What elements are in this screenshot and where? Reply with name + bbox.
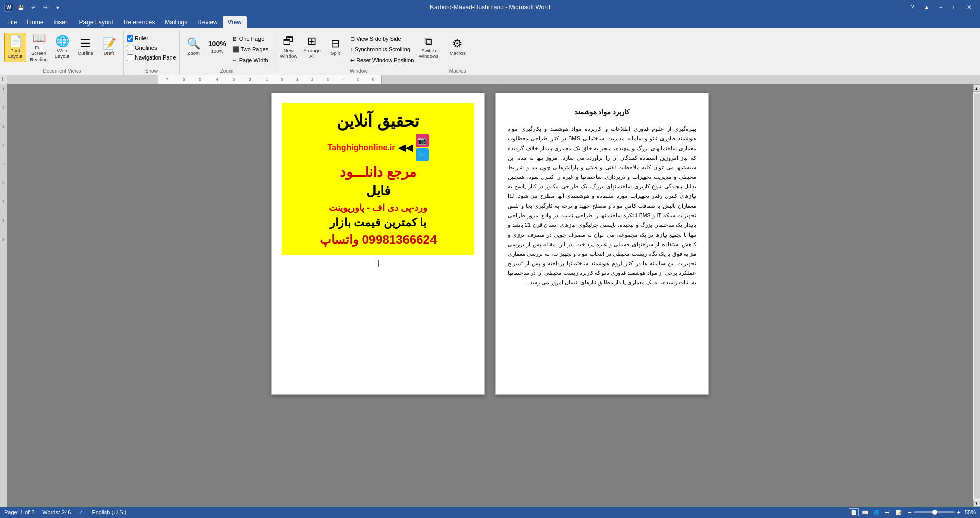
page-width-icon: ↔ <box>232 57 238 63</box>
tab-file[interactable]: File <box>2 16 22 28</box>
sync-scroll-icon: ↕ <box>350 46 353 52</box>
view-side-by-side-icon: ⊟ <box>350 36 355 42</box>
split-button[interactable]: ⊟ Split <box>324 33 347 62</box>
maximize-button[interactable]: □ <box>948 2 962 13</box>
arrange-all-button[interactable]: ⊞ ArrangeAll <box>301 33 323 62</box>
spell-check-icon[interactable]: ✓ <box>79 509 83 516</box>
draft-button[interactable]: 📝 Draft <box>98 33 120 62</box>
navigation-pane-checkbox[interactable] <box>127 54 133 61</box>
close-button[interactable]: ✕ <box>963 2 976 13</box>
gridlines-checkbox[interactable] <box>127 45 133 51</box>
status-bar: Page: 1 of 2 Words: 246 ✓ English (U.S.)… <box>0 507 980 518</box>
ruler-marks: -7-6-5-4-3-2-10123456 <box>158 75 382 84</box>
phone-text: 09981366624 واتساپ <box>320 233 437 247</box>
view-buttons: 📄 📖 🌐 ☰ 📝 <box>849 508 904 516</box>
page-width-button[interactable]: ↔ Page Width <box>229 55 271 65</box>
full-screen-label: Full ScreenReading <box>29 45 48 62</box>
vertical-ruler: 123456789 <box>0 84 7 507</box>
zoom-track[interactable] <box>914 511 955 513</box>
view-side-by-side-button[interactable]: ⊟ View Side by Side <box>348 34 416 44</box>
ruler-checkbox[interactable] <box>127 35 133 42</box>
outline-view-status-button[interactable]: ☰ <box>882 508 892 516</box>
vertical-scrollbar[interactable]: ▲ ▼ <box>973 84 980 507</box>
tab-references[interactable]: References <box>119 16 160 28</box>
fullread-view-status-button[interactable]: 📖 <box>860 508 870 516</box>
page-width-label: Page Width <box>239 57 268 63</box>
print-view-status-button[interactable]: 📄 <box>849 508 859 516</box>
zoom-100-button[interactable]: 100% 100% <box>206 33 228 62</box>
one-page-icon: 🗎 <box>232 36 238 42</box>
synchronous-scrolling-button[interactable]: ↕ Synchronous Scrolling <box>348 44 416 54</box>
print-layout-button[interactable]: 📄 PrintLayout <box>4 33 26 62</box>
minimize-button[interactable]: − <box>934 2 947 13</box>
page-2: کاربرد مواد هوشمند بهره‌گیری از علوم فنا… <box>495 93 709 395</box>
arrow-icon: ◀◀ <box>398 142 413 153</box>
scroll-area: 123456789 تحقیق آنلاین 📷 🐦 ◀◀ Ta <box>0 84 980 507</box>
tab-view[interactable]: View <box>223 16 247 28</box>
language-indicator[interactable]: English (U.S.) <box>92 509 126 516</box>
ruler-checkbox-item[interactable]: Ruler <box>127 34 176 43</box>
scroll-up-button[interactable]: ▲ <box>973 84 981 92</box>
tab-insert[interactable]: Insert <box>48 16 74 28</box>
arrange-all-icon: ⊞ <box>307 36 316 47</box>
zoom-label: Zoom <box>188 50 200 56</box>
zoom-minus-button[interactable]: − <box>908 508 912 516</box>
zoom-pages-col: 🗎 One Page ⬛ Two Pages ↔ Page Width <box>229 33 271 65</box>
scroll-thumb[interactable] <box>974 93 980 499</box>
two-pages-button[interactable]: ⬛ Two Pages <box>229 44 271 54</box>
scroll-down-button[interactable]: ▼ <box>973 500 981 507</box>
pages-area[interactable]: تحقیق آنلاین 📷 🐦 ◀◀ Tahghighonline.ir مر… <box>7 84 973 507</box>
zoom-100-label: 100% <box>211 48 223 54</box>
full-screen-icon: 📖 <box>32 33 46 44</box>
redo-button[interactable]: ↪ <box>40 2 51 13</box>
full-screen-reading-button[interactable]: 📖 Full ScreenReading <box>27 33 50 62</box>
zoom-button[interactable]: 🔍 Zoom <box>183 33 205 62</box>
gridlines-checkbox-item[interactable]: Gridlines <box>127 43 176 52</box>
new-window-icon: 🗗 <box>283 36 294 47</box>
title-bar-left: W 💾 ↩ ↪ ▾ <box>4 2 63 13</box>
switch-windows-button[interactable]: ⧉ SwitchWindows <box>417 33 440 62</box>
social-icons: 📷 🐦 <box>416 134 429 161</box>
web-layout-button[interactable]: 🌐 WebLayout <box>51 33 73 62</box>
undo-button[interactable]: ↩ <box>27 2 39 13</box>
ribbon-toggle-button[interactable]: ▲ <box>920 2 933 13</box>
reset-window-position-button[interactable]: ↩ Reset Window Position <box>348 55 416 65</box>
draft-view-status-button[interactable]: 📝 <box>893 508 904 516</box>
customize-qa-button[interactable]: ▾ <box>52 2 63 13</box>
quick-access-toolbar: 💾 ↩ ↪ ▾ <box>15 2 63 13</box>
gridlines-label: Gridlines <box>135 45 157 51</box>
page-1: تحقیق آنلاین 📷 🐦 ◀◀ Tahghighonline.ir مر… <box>271 93 485 395</box>
yellow-box: تحقیق آنلاین 📷 🐦 ◀◀ Tahghighonline.ir مر… <box>282 103 474 255</box>
split-label: Split <box>331 50 340 56</box>
view-side-by-side-label: View Side by Side <box>356 36 401 42</box>
outline-label: Outline <box>78 50 93 56</box>
ruler-corner-icon[interactable]: L <box>0 75 7 84</box>
new-window-button[interactable]: 🗗 NewWindow <box>277 33 300 62</box>
page2-body: بهره‌گیری از علوم فناوری اطلاعات و کاربر… <box>508 124 696 287</box>
tab-page-layout[interactable]: Page Layout <box>74 16 118 28</box>
navigation-pane-checkbox-item[interactable]: Navigation Pane <box>127 53 176 62</box>
zoom-percentage[interactable]: 55% <box>965 509 976 515</box>
tab-mailings[interactable]: Mailings <box>160 16 192 28</box>
save-button[interactable]: 💾 <box>15 2 26 13</box>
page2-content: کاربرد مواد هوشمند بهره‌گیری از علوم فنا… <box>496 93 708 303</box>
help-button[interactable]: ? <box>906 2 919 13</box>
ribbon-tabs: File Home Insert Page Layout References … <box>0 14 980 28</box>
split-icon: ⊟ <box>331 38 340 49</box>
tab-home[interactable]: Home <box>22 16 48 28</box>
web-layout-label: WebLayout <box>55 48 70 60</box>
one-page-button[interactable]: 🗎 One Page <box>229 34 271 44</box>
window-options-col: ⊟ View Side by Side ↕ Synchronous Scroll… <box>348 33 416 65</box>
word-icon: W <box>4 3 13 12</box>
document-area: L -7-6-5-4-3-2-10123456 123456789 تحقیق … <box>0 75 980 507</box>
group-macros: ⚙ Macros Macros <box>443 31 472 75</box>
macros-button[interactable]: ⚙ Macros <box>446 33 469 62</box>
zoom-thumb[interactable] <box>932 510 937 515</box>
outline-icon: ☰ <box>80 38 91 49</box>
web-view-status-button[interactable]: 🌐 <box>871 508 881 516</box>
zoom-plus-button[interactable]: + <box>957 508 961 516</box>
outline-button[interactable]: ☰ Outline <box>74 33 97 62</box>
price-text: با کمترین قیمت بازار <box>330 216 426 229</box>
page-indicator: Page: 1 of 2 <box>4 509 34 516</box>
tab-review[interactable]: Review <box>192 16 222 28</box>
